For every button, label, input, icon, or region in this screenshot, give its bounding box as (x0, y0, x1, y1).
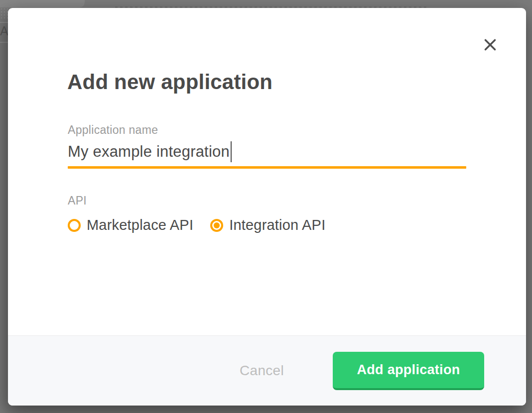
close-button[interactable] (480, 35, 500, 55)
add-application-modal: Add new application Application name My … (8, 8, 526, 406)
radio-option-marketplace-api[interactable]: Marketplace API (68, 217, 193, 233)
application-name-label: Application name (68, 123, 158, 137)
radio-label-integration-api: Integration API (229, 217, 325, 233)
modal-title: Add new application (67, 70, 272, 95)
background-divider-bottom (0, 42, 8, 43)
input-underline (68, 166, 466, 169)
radio-label-marketplace-api: Marketplace API (87, 217, 193, 233)
text-cursor (231, 141, 232, 162)
modal-footer: Cancel Add application (8, 335, 526, 406)
cancel-button[interactable]: Cancel (240, 363, 284, 379)
application-name-input[interactable]: My example integration (68, 139, 466, 164)
close-icon (484, 38, 497, 51)
add-application-button[interactable]: Add application (333, 352, 484, 390)
api-label: API (68, 194, 87, 207)
radio-icon[interactable] (210, 219, 223, 232)
background-partial-text: A (0, 24, 8, 38)
api-radio-group: Marketplace API Integration API (68, 217, 325, 233)
radio-option-integration-api[interactable]: Integration API (210, 217, 325, 233)
background-divider-top (0, 22, 8, 23)
application-name-value: My example integration (68, 143, 230, 161)
background-card-edge (0, 0, 85, 7)
radio-icon[interactable] (68, 219, 81, 232)
